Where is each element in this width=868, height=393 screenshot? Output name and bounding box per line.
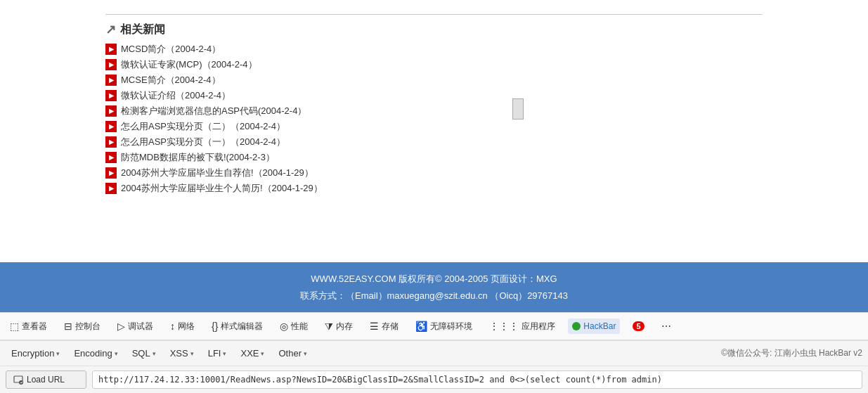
- dropdown-arrow-icon: ▾: [115, 350, 118, 357]
- application-icon: ⋮⋮⋮: [489, 321, 519, 332]
- main-content: ↗ 相关新闻 ▶MCSD简介（2004-2-4）▶微软认证专家(MCP)（200…: [0, 0, 868, 312]
- news-bullet-icon: ▶: [105, 59, 117, 70]
- toolbar-hackbar[interactable]: HackBar: [568, 318, 620, 334]
- memory-label: 内存: [336, 321, 353, 333]
- toolbar-memory[interactable]: ⧩ 内存: [320, 318, 357, 335]
- accessibility-icon: ♿: [415, 321, 427, 332]
- list-item[interactable]: ▶MCSE简介（2004-2-4）: [105, 74, 763, 86]
- dropdown-arrow-icon: ▾: [223, 350, 226, 357]
- news-link[interactable]: 防范MDB数据库的被下载!(2004-2-3）: [121, 151, 275, 164]
- footer-line2: 联系方式：（Email）maxuegang@szit.edu.cn （Oicq）…: [0, 288, 868, 304]
- news-bullet-icon: ▶: [105, 105, 117, 117]
- news-bullet-icon: ▶: [105, 183, 117, 194]
- hackbar-menu-item-lfi[interactable]: LFI▾: [202, 345, 233, 361]
- news-link[interactable]: 检测客户端浏览器信息的ASP代码(2004-2-4）: [121, 105, 306, 117]
- hackbar-menu-item-encoding[interactable]: Encoding▾: [68, 345, 123, 361]
- list-item[interactable]: ▶2004苏州大学应届毕业生自荐信!（2004-1-29）: [105, 167, 763, 179]
- hackbar-menu-label: SQL: [132, 348, 150, 359]
- toolbar-accessibility[interactable]: ♿ 无障碍环境: [411, 318, 477, 335]
- news-link[interactable]: 微软认证专家(MCP)（2004-2-4）: [121, 58, 257, 71]
- hackbar-menu-item-xxe[interactable]: XXE▾: [235, 345, 270, 361]
- news-bullet-icon: ▶: [105, 136, 117, 148]
- footer-line1: WWW.52EASY.COM 版权所有© 2004-2005 页面设计：MXG: [0, 271, 868, 287]
- debugger-icon: ▷: [117, 321, 125, 332]
- news-link[interactable]: 怎么用ASP实现分页（二）（2004-2-4）: [121, 120, 285, 133]
- storage-icon: ☰: [370, 321, 379, 332]
- storage-label: 存储: [382, 321, 399, 333]
- list-item[interactable]: ▶怎么用ASP实现分页（二）（2004-2-4）: [105, 120, 763, 133]
- memory-icon: ⧩: [325, 321, 333, 333]
- toolbar-style-editor[interactable]: {} 样式编辑器: [207, 318, 267, 335]
- news-bullet-icon: ▶: [105, 44, 117, 55]
- toolbar-storage[interactable]: ☰ 存储: [365, 318, 403, 335]
- hackbar-menu-item-sql[interactable]: SQL▾: [127, 345, 162, 361]
- news-bullet-icon: ▶: [105, 75, 117, 86]
- hackbar-dot-icon: [572, 322, 581, 330]
- dropdown-arrow-icon: ▾: [153, 350, 156, 357]
- hackbar-area: Encryption▾Encoding▾SQL▾XSS▾LFI▾XXE▾Othe…: [0, 340, 868, 393]
- list-item[interactable]: ▶MCSD简介（2004-2-4）: [105, 43, 763, 56]
- news-bullet-icon: ▶: [105, 167, 117, 179]
- list-item[interactable]: ▶怎么用ASP实现分页（一）（2004-2-4）: [105, 136, 763, 148]
- more-icon: ⋯: [661, 321, 671, 332]
- hackbar-menu-label: XXE: [240, 348, 259, 359]
- list-item[interactable]: ▶2004苏州大学应届毕业生个人简历!（2004-1-29）: [105, 182, 763, 195]
- hackbar-menu-item-other[interactable]: Other▾: [273, 345, 313, 361]
- load-url-icon: [13, 375, 23, 385]
- url-input[interactable]: [92, 371, 862, 389]
- browser-toolbar: ⬚ 查看器 ⊟ 控制台 ▷ 调试器 ↕ 网络 {} 样式编辑器 ◎ 性能 ⧩ 内…: [0, 312, 868, 340]
- news-link[interactable]: MCSE简介（2004-2-4）: [121, 74, 221, 86]
- news-link[interactable]: 2004苏州大学应届毕业生自荐信!（2004-1-29）: [121, 167, 313, 179]
- news-section: ↗ 相关新闻 ▶MCSD简介（2004-2-4）▶微软认证专家(MCP)（200…: [105, 14, 763, 195]
- news-link[interactable]: 2004苏州大学应届毕业生个人简历!（2004-1-29）: [121, 182, 323, 195]
- hackbar-menu-label: Other: [278, 348, 302, 359]
- inspector-icon: ⬚: [10, 321, 19, 332]
- toolbar-application[interactable]: ⋮⋮⋮ 应用程序: [485, 318, 559, 335]
- toolbar-console[interactable]: ⊟ 控制台: [60, 318, 105, 335]
- console-label: 控制台: [75, 321, 101, 333]
- news-list: ▶MCSD简介（2004-2-4）▶微软认证专家(MCP)（2004-2-4）▶…: [105, 43, 763, 195]
- news-header-title: 相关新闻: [120, 22, 165, 37]
- hackbar-menu: Encryption▾Encoding▾SQL▾XSS▾LFI▾XXE▾Othe…: [0, 341, 868, 366]
- load-url-button[interactable]: Load URL: [6, 371, 86, 389]
- hackbar-menu-item-xss[interactable]: XSS▾: [164, 345, 200, 361]
- network-icon: ↕: [170, 321, 175, 332]
- toolbar-debugger[interactable]: ▷ 调试器: [113, 318, 157, 335]
- news-bullet-icon: ▶: [105, 90, 117, 101]
- list-item[interactable]: ▶防范MDB数据库的被下载!(2004-2-3）: [105, 151, 763, 164]
- application-label: 应用程序: [522, 321, 555, 333]
- toolbar-performance[interactable]: ◎ 性能: [276, 318, 312, 335]
- toolbar-inspector[interactable]: ⬚ 查看器: [6, 318, 51, 335]
- style-editor-icon: {}: [212, 321, 218, 332]
- content-area: ↗ 相关新闻 ▶MCSD简介（2004-2-4）▶微软认证专家(MCP)（200…: [0, 0, 868, 262]
- debugger-label: 调试器: [128, 321, 153, 333]
- news-bullet-icon: ▶: [105, 121, 117, 132]
- hackbar-label: HackBar: [583, 321, 616, 331]
- performance-label: 性能: [291, 321, 308, 333]
- list-item[interactable]: ▶微软认证介绍（2004-2-4）: [105, 89, 763, 102]
- error-count-badge: 5: [633, 321, 644, 331]
- dropdown-arrow-icon: ▾: [190, 350, 194, 357]
- scrollbar-indicator[interactable]: [512, 98, 524, 120]
- news-link[interactable]: 微软认证介绍（2004-2-4）: [121, 89, 231, 102]
- hackbar-menu-label: Encryption: [11, 348, 54, 359]
- news-link[interactable]: MCSD简介（2004-2-4）: [121, 43, 221, 56]
- hackbar-menu-label: Encoding: [74, 348, 112, 359]
- hackbar-menu-item-encryption[interactable]: Encryption▾: [6, 345, 65, 361]
- news-header: ↗ 相关新闻: [105, 22, 763, 37]
- svg-point-1: [19, 380, 23, 385]
- site-footer: WWW.52EASY.COM 版权所有© 2004-2005 页面设计：MXG …: [0, 262, 868, 312]
- toolbar-error-badge[interactable]: 5: [628, 318, 648, 334]
- list-item[interactable]: ▶微软认证专家(MCP)（2004-2-4）: [105, 58, 763, 71]
- news-header-icon: ↗: [105, 22, 116, 37]
- dropdown-arrow-icon: ▾: [56, 350, 60, 357]
- toolbar-network[interactable]: ↕ 网络: [166, 318, 199, 335]
- list-item[interactable]: ▶检测客户端浏览器信息的ASP代码(2004-2-4）: [105, 105, 763, 117]
- toolbar-more[interactable]: ⋯: [657, 318, 675, 335]
- network-label: 网络: [178, 321, 195, 333]
- news-bullet-icon: ▶: [105, 152, 117, 163]
- load-url-label: Load URL: [27, 375, 65, 385]
- news-link[interactable]: 怎么用ASP实现分页（一）（2004-2-4）: [121, 136, 285, 148]
- dropdown-arrow-icon: ▾: [304, 350, 307, 357]
- style-editor-label: 样式编辑器: [221, 321, 263, 333]
